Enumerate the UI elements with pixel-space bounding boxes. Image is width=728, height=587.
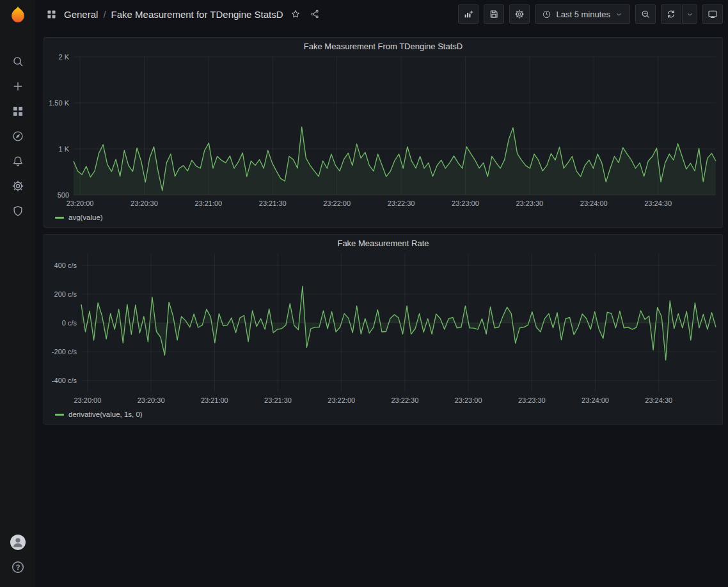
x-tick-label: 23:23:00 bbox=[452, 200, 479, 207]
help-icon: ? bbox=[11, 560, 25, 574]
y-tick-label: 1 K bbox=[58, 145, 69, 153]
svg-text:?: ? bbox=[15, 563, 20, 571]
sidebar-server-admin-button[interactable] bbox=[4, 198, 32, 223]
plus-icon bbox=[12, 80, 24, 93]
grafana-flame-icon bbox=[8, 5, 28, 24]
panel-header[interactable]: Fake Measurement From TDengine StatsD bbox=[44, 38, 722, 54]
grafana-app: ? General / Fake Measurement for TDengin… bbox=[0, 0, 728, 587]
zoom-out-icon bbox=[640, 9, 651, 19]
tv-view-icon bbox=[708, 9, 718, 19]
y-tick-label: 400 c/s bbox=[54, 262, 77, 269]
panel-title: Fake Measurement From TDengine StatsD bbox=[304, 42, 463, 51]
timeseries-chart[interactable]: 400 c/s200 c/s0 c/s-200 c/s-400 c/s23:20… bbox=[44, 251, 722, 409]
y-tick-label: 500 bbox=[58, 191, 69, 199]
x-tick-label: 23:22:00 bbox=[323, 200, 351, 207]
x-tick-label: 23:21:00 bbox=[194, 200, 222, 207]
sidebar: ? bbox=[0, 0, 35, 587]
sidebar-search-button[interactable] bbox=[4, 49, 32, 74]
navbar: General / Fake Measurement for TDengine … bbox=[35, 0, 728, 28]
breadcrumb-dashboard-title[interactable]: Fake Measurement for TDengine StatsD bbox=[111, 9, 283, 20]
sidebar-create-button[interactable] bbox=[4, 74, 32, 98]
x-tick-label: 23:21:00 bbox=[201, 396, 228, 404]
navbar-left: General / Fake Measurement for TDengine … bbox=[44, 7, 322, 22]
x-tick-label: 23:20:30 bbox=[138, 396, 165, 404]
legend: avg(value) bbox=[44, 212, 722, 227]
chart-svg: 400 c/s200 c/s0 c/s-200 c/s-400 c/s23:20… bbox=[44, 251, 722, 409]
chevron-down-icon bbox=[686, 10, 694, 19]
x-tick-label: 23:21:30 bbox=[259, 200, 287, 207]
sidebar-dashboards-button[interactable] bbox=[4, 98, 32, 123]
refresh-dashboard-button[interactable] bbox=[661, 4, 681, 24]
server-admin-shield-icon bbox=[12, 205, 24, 217]
sidebar-configuration-button[interactable] bbox=[4, 173, 32, 198]
help-button[interactable]: ? bbox=[4, 560, 32, 574]
x-tick-label: 23:21:30 bbox=[264, 396, 292, 404]
breadcrumb: General / Fake Measurement for TDengine … bbox=[64, 9, 283, 20]
panel-title: Fake Measurement Rate bbox=[337, 239, 429, 248]
user-profile-button[interactable] bbox=[4, 534, 32, 551]
grafana-logo[interactable] bbox=[8, 4, 28, 25]
panel-header[interactable]: Fake Measurement Rate bbox=[44, 235, 722, 251]
dashboards-grid-icon bbox=[12, 105, 24, 118]
y-tick-label: 2 K bbox=[58, 54, 69, 61]
x-tick-label: 23:24:30 bbox=[644, 200, 672, 207]
add-panel-icon bbox=[463, 9, 473, 19]
sidebar-nav bbox=[4, 49, 32, 223]
timeseries-chart[interactable]: 2 K1.50 K1 K50023:20:0023:20:3023:21:002… bbox=[44, 54, 722, 212]
sidebar-explore-button[interactable] bbox=[4, 123, 32, 148]
chart-svg: 2 K1.50 K1 K50023:20:0023:20:3023:21:002… bbox=[44, 54, 722, 212]
legend-color-swatch bbox=[55, 414, 64, 416]
dashboard-grid-button[interactable] bbox=[44, 7, 59, 22]
cycle-view-mode-button[interactable] bbox=[702, 4, 723, 24]
star-icon bbox=[290, 9, 301, 19]
legend-series-label[interactable]: avg(value) bbox=[68, 214, 103, 221]
dashboard-grid: Fake Measurement From TDengine StatsD 2 … bbox=[35, 28, 728, 587]
x-tick-label: 23:23:30 bbox=[516, 200, 543, 207]
sidebar-bottom: ? bbox=[4, 534, 32, 574]
refresh-button-group bbox=[661, 4, 697, 24]
refresh-interval-dropdown[interactable] bbox=[682, 4, 697, 24]
x-tick-label: 23:22:30 bbox=[392, 396, 419, 404]
breadcrumb-separator: / bbox=[103, 9, 106, 20]
y-tick-label: -400 c/s bbox=[52, 377, 77, 384]
chevron-down-icon bbox=[615, 10, 623, 19]
legend-color-swatch bbox=[55, 217, 64, 219]
refresh-icon bbox=[666, 9, 676, 19]
breadcrumb-folder[interactable]: General bbox=[64, 9, 98, 20]
main-area: General / Fake Measurement for TDengine … bbox=[35, 0, 728, 587]
x-tick-label: 23:20:30 bbox=[131, 200, 158, 207]
user-avatar bbox=[10, 534, 26, 551]
save-icon bbox=[489, 9, 499, 19]
panel-fake-measurement: Fake Measurement From TDengine StatsD 2 … bbox=[44, 37, 723, 228]
legend: derivative(value, 1s, 0) bbox=[44, 409, 722, 424]
y-tick-label: -200 c/s bbox=[52, 348, 77, 356]
dashboards-grid-icon bbox=[46, 9, 57, 20]
x-tick-label: 23:23:30 bbox=[518, 396, 546, 404]
time-range-picker[interactable]: Last 5 minutes bbox=[535, 4, 630, 24]
x-tick-label: 23:22:00 bbox=[328, 396, 355, 404]
search-icon bbox=[12, 55, 24, 68]
explore-compass-icon bbox=[12, 130, 24, 143]
x-tick-label: 23:23:00 bbox=[455, 396, 482, 404]
clock-icon bbox=[542, 10, 551, 19]
share-dashboard-button[interactable] bbox=[308, 7, 322, 21]
x-tick-label: 23:22:30 bbox=[388, 200, 415, 207]
time-range-label: Last 5 minutes bbox=[556, 10, 610, 19]
share-icon bbox=[310, 9, 320, 19]
star-dashboard-button[interactable] bbox=[289, 7, 303, 21]
x-tick-label: 23:24:00 bbox=[582, 396, 609, 404]
y-tick-label: 200 c/s bbox=[54, 290, 77, 298]
x-tick-label: 23:20:00 bbox=[67, 200, 94, 207]
alerting-bell-icon bbox=[12, 155, 24, 168]
legend-series-label[interactable]: derivative(value, 1s, 0) bbox=[68, 411, 143, 418]
navbar-right: Last 5 minutes bbox=[458, 4, 723, 24]
sidebar-alerting-button[interactable] bbox=[4, 148, 32, 173]
configuration-gear-icon bbox=[12, 180, 24, 192]
save-dashboard-button[interactable] bbox=[484, 4, 504, 24]
dashboard-settings-button[interactable] bbox=[509, 4, 530, 24]
zoom-out-button[interactable] bbox=[635, 4, 656, 24]
x-tick-label: 23:20:00 bbox=[74, 396, 102, 404]
gear-icon bbox=[514, 9, 525, 19]
add-panel-button[interactable] bbox=[458, 4, 479, 24]
x-tick-label: 23:24:00 bbox=[580, 200, 608, 207]
